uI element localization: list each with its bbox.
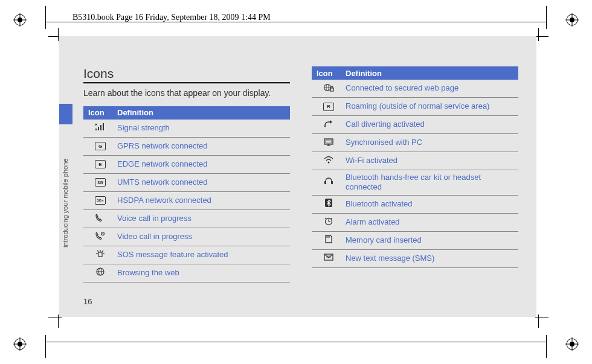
table-row: Call diverting activated bbox=[312, 116, 518, 134]
table-cell-def: Memory card inserted bbox=[346, 235, 518, 245]
edge-icon: E bbox=[95, 160, 106, 168]
header-def-label: Definition bbox=[346, 69, 518, 78]
table-cell-def: Connected to secured web page bbox=[346, 83, 518, 93]
voice-call-icon bbox=[94, 212, 106, 225]
table-cell-def: HSDPA network connected bbox=[117, 196, 290, 205]
bt-headset-icon bbox=[323, 176, 335, 188]
icon-table-right: Icon Definition Connected to secured web… bbox=[312, 66, 518, 268]
svg-rect-38 bbox=[324, 181, 326, 184]
call-divert-icon bbox=[323, 119, 335, 131]
table-row: Signal strength bbox=[83, 120, 290, 138]
sos-icon bbox=[94, 249, 106, 261]
signal-strength-icon bbox=[94, 122, 106, 134]
table-cell-def: GPRS network connected bbox=[117, 141, 290, 151]
table-row: SOS message feature activated bbox=[83, 246, 290, 264]
side-label: introducing your mobile phone bbox=[62, 133, 71, 247]
svg-point-37 bbox=[328, 161, 330, 163]
page-number: 16 bbox=[83, 297, 92, 306]
umts-icon: 3G bbox=[95, 178, 106, 187]
svg-rect-39 bbox=[331, 181, 333, 184]
content-columns: Icons Learn about the icons that appear … bbox=[83, 66, 518, 293]
table-row: Video call in progress bbox=[83, 228, 290, 246]
header-icon-label: Icon bbox=[312, 69, 346, 78]
table-row: R Roaming (outside of normal service are… bbox=[312, 98, 518, 116]
table-cell-def: Roaming (outside of normal service area) bbox=[346, 101, 518, 111]
icon-table-left: Icon Definition Signal strength G GPRS n… bbox=[83, 106, 290, 283]
table-cell-def: Wi-Fi activated bbox=[346, 156, 518, 165]
svg-point-18 bbox=[102, 234, 103, 235]
table-cell-def: SOS message feature activated bbox=[117, 250, 290, 260]
roaming-icon: R bbox=[323, 103, 334, 111]
table-cell-def: Bluetooth hands-free car kit or headset … bbox=[346, 173, 518, 193]
browsing-icon bbox=[94, 267, 106, 279]
table-row: Synchronised with PC bbox=[312, 134, 518, 152]
svg-line-22 bbox=[102, 251, 103, 252]
table-row: Bluetooth hands-free car kit or headset … bbox=[312, 170, 518, 196]
left-column: Icons Learn about the icons that appear … bbox=[83, 66, 290, 293]
table-row: New text message (SMS) bbox=[312, 250, 518, 268]
registration-mark-icon bbox=[13, 13, 27, 27]
svg-rect-19 bbox=[98, 252, 102, 257]
video-call-icon bbox=[94, 231, 106, 243]
memory-card-icon bbox=[323, 234, 335, 246]
running-head: B5310.book Page 16 Friday, September 18,… bbox=[72, 13, 271, 22]
table-header: Icon Definition bbox=[312, 66, 518, 80]
table-header: Icon Definition bbox=[83, 106, 290, 120]
table-cell-def: UMTS network connected bbox=[117, 177, 290, 187]
table-cell-def: Video call in progress bbox=[117, 232, 290, 241]
right-column: Icon Definition Connected to secured web… bbox=[312, 66, 518, 293]
table-cell-def: EDGE network connected bbox=[117, 159, 290, 169]
hsdpa-icon: 3G+ bbox=[95, 196, 106, 205]
table-row: E EDGE network connected bbox=[83, 156, 290, 174]
bluetooth-icon bbox=[323, 198, 335, 210]
registration-mark-icon bbox=[565, 337, 579, 351]
table-row: Wi-Fi activated bbox=[312, 152, 518, 170]
secure-web-icon bbox=[323, 83, 335, 95]
sms-icon bbox=[323, 252, 335, 264]
page-panel: introducing your mobile phone 16 Icons L… bbox=[59, 36, 536, 317]
table-cell-def: Call diverting activated bbox=[346, 120, 518, 129]
title-rule bbox=[83, 82, 290, 84]
table-cell-def: Browsing the web bbox=[117, 268, 290, 278]
svg-rect-34 bbox=[326, 140, 332, 143]
svg-line-44 bbox=[325, 218, 326, 219]
svg-line-45 bbox=[331, 218, 332, 219]
table-row: Alarm activated bbox=[312, 214, 518, 232]
table-cell-def: Signal strength bbox=[117, 123, 290, 133]
table-row: Connected to secured web page bbox=[312, 80, 518, 98]
table-row: Memory card inserted bbox=[312, 232, 518, 250]
section-title: Icons bbox=[83, 66, 290, 81]
table-cell-def: Alarm activated bbox=[346, 217, 518, 227]
header-icon-label: Icon bbox=[83, 108, 117, 117]
section-tab bbox=[59, 104, 72, 124]
footer-rule bbox=[45, 342, 547, 342]
gprs-icon: G bbox=[95, 142, 106, 150]
registration-mark-icon bbox=[565, 13, 579, 27]
sync-pc-icon bbox=[323, 137, 335, 149]
wifi-icon bbox=[323, 155, 335, 167]
table-row: G GPRS network connected bbox=[83, 138, 290, 156]
table-cell-def: New text message (SMS) bbox=[346, 254, 518, 263]
table-row: Voice call in progress bbox=[83, 210, 290, 228]
table-cell-def: Bluetooth activated bbox=[346, 199, 518, 209]
table-row: Bluetooth activated bbox=[312, 196, 518, 214]
svg-point-32 bbox=[324, 125, 326, 126]
svg-line-21 bbox=[97, 251, 98, 252]
table-row: Browsing the web bbox=[83, 264, 290, 283]
table-cell-def: Voice call in progress bbox=[117, 214, 290, 223]
section-intro: Learn about the icons that appear on you… bbox=[83, 88, 290, 99]
header-def-label: Definition bbox=[117, 108, 290, 117]
table-row: 3G UMTS network connected bbox=[83, 174, 290, 192]
alarm-icon bbox=[323, 216, 335, 228]
registration-mark-icon bbox=[13, 337, 27, 351]
table-row: 3G+ HSDPA network connected bbox=[83, 192, 290, 210]
table-cell-def: Synchronised with PC bbox=[346, 138, 518, 147]
